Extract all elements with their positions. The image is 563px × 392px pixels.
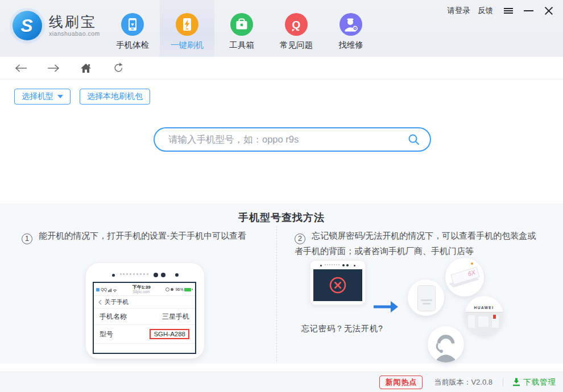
speaker-grill-icon: [120, 273, 148, 277]
row-value: 三星手机: [162, 312, 189, 322]
download-manager-button[interactable]: 下载管理: [512, 377, 556, 387]
phone-back-icon: [417, 285, 436, 311]
box-label: 6X: [467, 269, 476, 277]
guide-step-2: 2 忘记锁屏密码/无法开机的情况下，可以查看手机的包装盒或者手机的背面；或者咨询…: [295, 229, 544, 258]
nav-item-faq[interactable]: Q 常见问题: [269, 0, 324, 57]
about-phone-header: 关于手机: [94, 295, 195, 308]
guide-title: 手机型号查找方法: [0, 203, 563, 224]
nav-item-one-key-flash[interactable]: 一键刷机: [160, 0, 214, 57]
storefront: [465, 312, 503, 335]
back-button[interactable]: [14, 61, 28, 75]
about-phone-label: 关于手机: [105, 298, 129, 306]
bluetooth-icon: [171, 288, 173, 291]
time-label: 下午1:39: [133, 285, 151, 290]
box-accent-dot: [471, 262, 473, 265]
phone-back-circle: [408, 280, 444, 316]
model-guide-section: 手机型号查找方法 1 能开机的情况下，打开手机的设置-关于手机中可以查看 2 忘…: [0, 203, 563, 364]
close-icon: [544, 6, 553, 15]
store-sign: HUAWEI: [465, 303, 503, 312]
logo-icon: S: [13, 11, 42, 40]
menu-icon: [504, 7, 513, 15]
window-controls: 请登录 反馈: [448, 5, 554, 17]
nav-item-phone-checkup[interactable]: ♥ 手机体检: [105, 0, 160, 57]
battery-tip: [192, 289, 193, 290]
search-input[interactable]: [167, 134, 408, 145]
locked-phone: [310, 260, 366, 305]
locked-phone-illustration: 忘记密码？无法开机? 6X HUAWEI: [277, 256, 563, 364]
battery-label: 96%: [175, 287, 183, 291]
download-icon: [512, 378, 520, 386]
minimize-button[interactable]: [524, 5, 533, 17]
refresh-icon: [113, 62, 124, 73]
guide-step-2-text: 忘记锁屏密码/无法开机的情况下，可以查看手机的包装盒或者手机的背面；或者咨询手机…: [295, 231, 536, 256]
customer-service-agent-icon: [428, 326, 464, 362]
phone-speaker-row: [86, 273, 204, 277]
footer-divider: [503, 378, 503, 386]
phone-checkup-icon: ♥: [121, 13, 144, 36]
select-model-button[interactable]: 选择机型: [14, 89, 71, 105]
app-logo: S 线刷宝 xianshuabao.com: [13, 11, 100, 40]
qq-app-icon: [96, 288, 100, 291]
mini-speaker-row: [311, 264, 365, 266]
circled-number-2: 2: [295, 233, 305, 244]
watermark-label: 58pic.com: [133, 290, 151, 294]
nav-label: 一键刷机: [160, 40, 214, 51]
app-domain: xianshuabao.com: [49, 30, 100, 37]
row-label: 型号: [100, 330, 113, 339]
error-x-icon: [328, 276, 347, 295]
back-chevron-icon: [98, 299, 102, 305]
home-icon: [80, 63, 92, 73]
package-box-circle: 6X: [445, 258, 484, 297]
model-row: 型号 SGH-A288: [94, 324, 195, 343]
login-button[interactable]: 请登录: [448, 6, 471, 16]
nav-label: 手机体检: [105, 40, 160, 51]
customer-service-circle: [428, 326, 464, 362]
battery-icon: [184, 288, 191, 291]
row-label: 手机名称: [100, 312, 127, 322]
store-circle: HUAWEI: [465, 296, 503, 335]
find-repair-icon: [340, 13, 362, 36]
dropdown-arrow-icon: [57, 95, 63, 98]
home-button[interactable]: [79, 61, 93, 75]
circled-number-1: 1: [22, 233, 32, 244]
version-label: 当前版本：V2.0.8: [434, 377, 492, 387]
menu-button[interactable]: [504, 5, 513, 17]
carrier-label: QQ: [101, 287, 107, 291]
search-box: [154, 127, 431, 152]
main-nav: ♥ 手机体检 一键刷机 工具箱: [105, 0, 378, 57]
logo-letter: S: [20, 16, 32, 35]
toolbox-icon: [230, 13, 253, 36]
settings-phone-illustration: QQ 下午1:39 58pic.com 96%: [85, 262, 205, 359]
search-icon[interactable]: [408, 134, 420, 145]
download-label: 下载管理: [523, 377, 556, 387]
minimize-icon: [524, 10, 533, 11]
one-key-flash-icon: [176, 13, 198, 36]
guide-step-1: 1 能开机的情况下，打开手机的设置-关于手机中可以查看: [22, 229, 272, 244]
nav-label: 找维修: [324, 40, 378, 51]
nav-label: 工具箱: [214, 40, 269, 51]
faq-icon: Q: [285, 13, 308, 36]
location-icon: [165, 287, 169, 291]
forward-button[interactable]: [47, 61, 60, 75]
select-local-package-label: 选择本地刷机包: [87, 91, 143, 102]
close-button[interactable]: [544, 5, 553, 17]
nav-label: 常见问题: [269, 40, 324, 51]
status-bar: QQ 下午1:39 58pic.com 96%: [94, 283, 195, 295]
back-icon: [14, 64, 28, 73]
nav-item-toolbox[interactable]: 工具箱: [214, 0, 269, 57]
svg-text:Q: Q: [292, 19, 301, 31]
select-local-package-button[interactable]: 选择本地刷机包: [80, 89, 150, 105]
empty-row: [94, 343, 195, 354]
forward-icon: [47, 64, 60, 73]
store-red-sign: [493, 315, 496, 319]
nav-item-find-repair[interactable]: 找维修: [324, 0, 378, 57]
phone-name-row: 手机名称 三星手机: [94, 308, 195, 324]
svg-text:♥: ♥: [131, 22, 134, 27]
phone-screen: QQ 下午1:39 58pic.com 96%: [93, 282, 196, 354]
feedback-button[interactable]: 反馈: [478, 6, 493, 16]
app-header: S 线刷宝 xianshuabao.com ♥ 手机体检: [0, 0, 563, 57]
app-title: 线刷宝: [49, 14, 100, 30]
news-hotspot-button[interactable]: 新闻热点: [379, 376, 423, 389]
error-screen: [313, 269, 362, 301]
refresh-button[interactable]: [111, 61, 125, 75]
